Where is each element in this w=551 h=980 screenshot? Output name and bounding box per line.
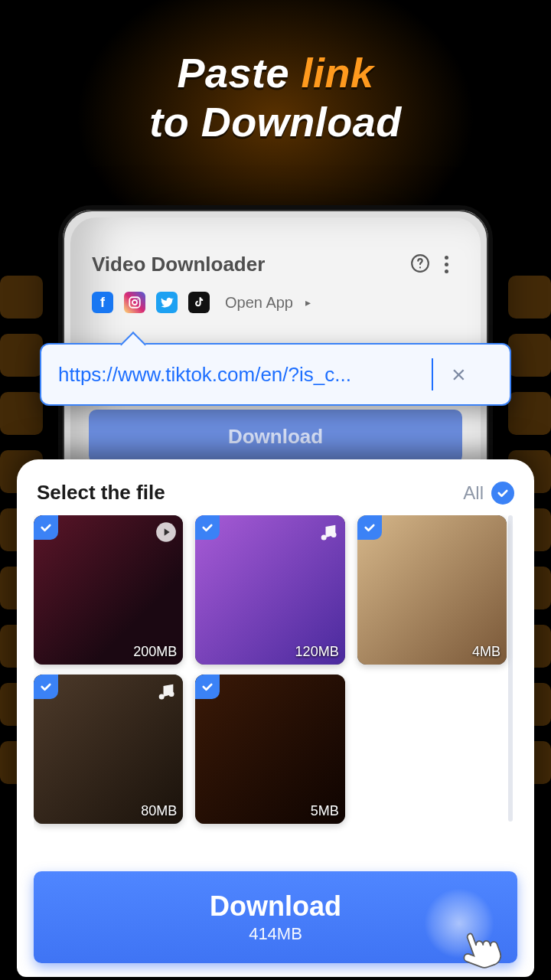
checkbox-icon[interactable] xyxy=(195,675,220,699)
file-size: 4MB xyxy=(472,644,500,660)
headline: Paste link to Download xyxy=(0,0,551,146)
file-size: 5MB xyxy=(311,803,339,819)
download-total: 414MB xyxy=(249,924,302,944)
file-tile[interactable]: 200MB xyxy=(34,515,183,665)
svg-point-1 xyxy=(419,266,421,268)
svg-point-4 xyxy=(137,299,139,300)
file-picker-sheet: Select the file All 200MB 120MB 4MB xyxy=(17,459,534,977)
headline-part1: Paste xyxy=(177,50,289,96)
social-row: f Open App ▸ xyxy=(70,276,481,313)
url-input[interactable]: https://www.tiktok.com/en/?is_c... xyxy=(58,363,425,387)
file-tile[interactable]: 120MB xyxy=(195,515,344,665)
file-size: 120MB xyxy=(295,644,339,660)
url-input-bubble[interactable]: https://www.tiktok.com/en/?is_c... × xyxy=(40,343,511,406)
music-icon xyxy=(155,681,177,702)
svg-point-3 xyxy=(132,300,137,305)
file-tile[interactable]: 4MB xyxy=(357,515,507,665)
checkbox-icon[interactable] xyxy=(195,515,220,540)
instagram-icon[interactable] xyxy=(124,292,145,313)
sheet-title: Select the file xyxy=(37,481,463,505)
file-tile[interactable]: 80MB xyxy=(34,675,183,824)
play-icon xyxy=(155,521,177,543)
select-all-checkbox[interactable] xyxy=(491,482,514,505)
download-label: Download xyxy=(210,890,341,923)
music-icon xyxy=(318,521,339,543)
twitter-icon[interactable] xyxy=(156,292,178,313)
svg-point-6 xyxy=(321,535,326,541)
headline-accent: link xyxy=(302,50,374,96)
svg-point-8 xyxy=(159,694,165,700)
file-grid: 200MB 120MB 4MB 80MB 5MB xyxy=(34,515,517,861)
svg-point-9 xyxy=(169,691,174,697)
facebook-icon[interactable]: f xyxy=(92,292,113,313)
help-icon[interactable] xyxy=(407,253,433,276)
checkbox-icon[interactable] xyxy=(357,515,382,540)
select-all-label[interactable]: All xyxy=(463,482,484,504)
file-tile[interactable]: 5MB xyxy=(195,675,344,824)
more-icon[interactable] xyxy=(433,253,459,276)
tiktok-icon[interactable] xyxy=(188,292,210,313)
clear-icon[interactable]: × xyxy=(452,361,466,389)
scrollbar[interactable] xyxy=(508,515,513,822)
checkbox-icon[interactable] xyxy=(34,515,58,540)
app-title: Video Downloader xyxy=(92,253,407,276)
checkbox-icon[interactable] xyxy=(34,675,58,699)
svg-rect-2 xyxy=(129,297,140,308)
download-button[interactable]: Download 414MB xyxy=(34,871,517,963)
file-size: 80MB xyxy=(141,803,177,819)
open-app-label[interactable]: Open App xyxy=(225,294,293,312)
svg-point-7 xyxy=(331,532,336,537)
file-size: 200MB xyxy=(133,644,177,660)
tap-indicator xyxy=(424,888,494,959)
headline-part2: to Download xyxy=(149,99,401,145)
chevron-right-icon: ▸ xyxy=(305,296,311,309)
phone-download-button[interactable]: Download xyxy=(89,410,462,463)
text-cursor xyxy=(432,358,433,390)
